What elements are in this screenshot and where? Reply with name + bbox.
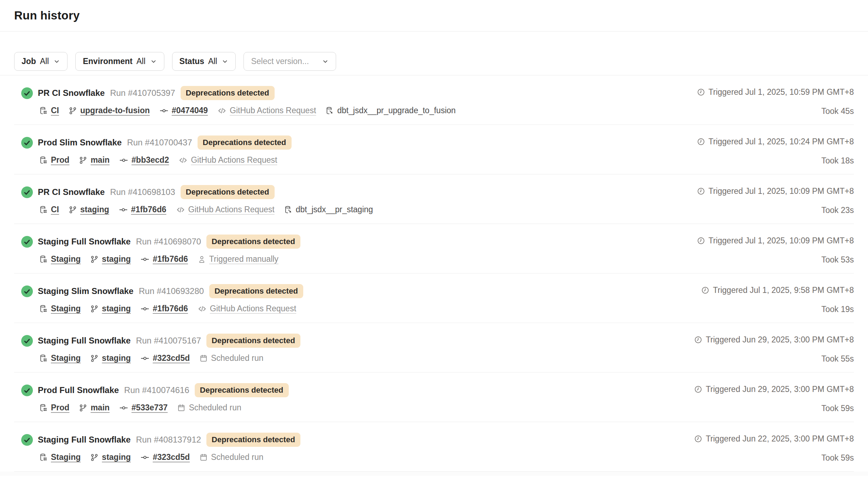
run-name-link[interactable]: Staging Full Snowflake (38, 435, 131, 445)
commit-icon (119, 205, 128, 214)
git-branch-icon (90, 354, 99, 363)
run-row-meta: Triggered Jul 1, 2025, 9:58 PM GMT+8 Too… (701, 283, 854, 323)
clock-icon (694, 385, 702, 393)
status-filter-button[interactable]: Status All (172, 52, 236, 71)
run-row[interactable]: Staging Slim Snowflake Run #410693280 De… (0, 273, 868, 323)
deprecations-badge: Deprecations detected (206, 334, 300, 348)
branch-link[interactable]: staging (102, 254, 131, 264)
trigger-label[interactable]: GitHub Actions Request (191, 155, 277, 165)
environment-link[interactable]: Staging (51, 452, 81, 462)
run-success-icon (21, 434, 33, 446)
run-number: Run #410075167 (136, 336, 201, 346)
job-filter-button[interactable]: Job All (14, 52, 68, 71)
branch-link[interactable]: staging (102, 304, 131, 313)
commit-link[interactable]: #1fb76d6 (153, 254, 188, 264)
run-name-link[interactable]: Prod Slim Snowflake (38, 138, 122, 148)
run-success-icon (21, 236, 33, 248)
deprecations-badge: Deprecations detected (195, 383, 289, 397)
run-name-link[interactable]: Staging Full Snowflake (38, 237, 131, 247)
chevron-down-icon (150, 58, 157, 65)
run-name-link[interactable]: PR CI Snowflake (38, 88, 105, 98)
commit-link[interactable]: #bb3ecd2 (131, 155, 169, 165)
commit-link[interactable]: #1fb76d6 (153, 304, 188, 313)
branch-link[interactable]: staging (80, 205, 109, 214)
run-success-icon (21, 385, 33, 396)
deprecations-badge: Deprecations detected (181, 185, 275, 199)
environment-link[interactable]: Prod (51, 403, 69, 412)
deprecations-badge: Deprecations detected (206, 235, 300, 249)
environment-icon (39, 354, 48, 363)
trigger-label[interactable]: GitHub Actions Request (230, 106, 316, 115)
git-branch-icon (69, 106, 77, 115)
commit-link[interactable]: #323cd5d (153, 452, 190, 462)
run-row[interactable]: Staging Full Snowflake Run #410075167 De… (0, 323, 868, 373)
run-row[interactable]: Prod Slim Snowflake Run #410700437 Depre… (0, 125, 868, 174)
commit-link[interactable]: #1fb76d6 (131, 205, 166, 214)
branch-link[interactable]: staging (102, 452, 131, 462)
branch-link[interactable]: main (90, 403, 110, 412)
run-row-meta: Triggered Jul 1, 2025, 10:59 PM GMT+8 To… (697, 85, 854, 125)
code-icon (217, 106, 227, 115)
run-row[interactable]: Staging Full Snowflake Run #408137912 De… (0, 422, 868, 472)
run-name-link[interactable]: PR CI Snowflake (38, 187, 105, 197)
code-icon (198, 304, 207, 313)
commit-icon (140, 453, 149, 462)
run-row-main: Staging Slim Snowflake Run #410693280 De… (21, 283, 303, 323)
run-row[interactable]: Staging Full Snowflake Run #410698070 De… (0, 224, 868, 273)
commit-icon (119, 403, 128, 412)
run-name-link[interactable]: Staging Slim Snowflake (38, 286, 134, 296)
run-number: Run #408137912 (136, 435, 201, 445)
environment-link[interactable]: Prod (51, 155, 69, 165)
schema-name: dbt_jsdx__pr_staging (296, 205, 373, 214)
environment-link[interactable]: Staging (51, 254, 81, 264)
run-row-meta: Triggered Jul 1, 2025, 10:24 PM GMT+8 To… (697, 135, 854, 174)
environment-link[interactable]: CI (51, 106, 59, 115)
git-branch-icon (79, 404, 87, 412)
run-name-link[interactable]: Staging Full Snowflake (38, 336, 131, 346)
commit-icon (159, 106, 169, 115)
branch-link[interactable]: staging (102, 353, 131, 363)
environment-icon (39, 106, 48, 115)
run-row[interactable]: Prod Full Snowflake Run #410074616 Depre… (0, 373, 868, 422)
commit-link[interactable]: #0474049 (172, 106, 208, 115)
triggered-timestamp: Triggered Jul 1, 2025, 10:09 PM GMT+8 (709, 186, 854, 196)
run-number: Run #410700437 (127, 138, 192, 148)
chevron-down-icon (53, 58, 60, 65)
clock-icon (697, 138, 705, 146)
commit-link[interactable]: #533e737 (131, 403, 168, 412)
branch-link[interactable]: main (90, 155, 110, 165)
git-branch-icon (69, 206, 77, 214)
run-row[interactable]: PR CI Snowflake Run #410705397 Deprecati… (0, 75, 868, 125)
version-select[interactable]: Select version... (244, 52, 336, 71)
code-icon (176, 205, 185, 214)
triggered-timestamp: Triggered Jul 1, 2025, 9:58 PM GMT+8 (713, 285, 854, 295)
calendar-icon (177, 404, 186, 412)
trigger-label[interactable]: GitHub Actions Request (188, 205, 275, 214)
environment-filter-button[interactable]: Environment All (75, 52, 164, 71)
git-branch-icon (90, 305, 99, 313)
branch-link[interactable]: upgrade-to-fusion (80, 106, 150, 115)
git-branch-icon (90, 255, 99, 264)
environment-link[interactable]: CI (51, 205, 59, 214)
deprecations-badge: Deprecations detected (181, 86, 275, 100)
run-row-meta: Triggered Jun 29, 2025, 3:00 PM GMT+8 To… (694, 333, 854, 373)
triggered-timestamp: Triggered Jun 29, 2025, 3:00 PM GMT+8 (706, 385, 854, 394)
trigger-label: Triggered manually (209, 254, 278, 264)
triggered-timestamp: Triggered Jun 29, 2025, 3:00 PM GMT+8 (706, 335, 854, 345)
clock-icon (694, 435, 702, 443)
run-row-main: Prod Full Snowflake Run #410074616 Depre… (21, 382, 289, 422)
environment-link[interactable]: Staging (51, 304, 81, 313)
page-title: Run history (14, 9, 80, 22)
calendar-icon (199, 354, 208, 363)
environment-icon (39, 255, 48, 264)
triggered-timestamp: Triggered Jul 1, 2025, 10:24 PM GMT+8 (709, 137, 854, 146)
environment-filter-value: All (136, 57, 146, 66)
git-branch-icon (79, 156, 87, 165)
trigger-label[interactable]: GitHub Actions Request (210, 304, 296, 313)
partial-next-row (0, 472, 868, 476)
environment-icon (39, 206, 48, 214)
run-name-link[interactable]: Prod Full Snowflake (38, 385, 119, 395)
run-row[interactable]: PR CI Snowflake Run #410698103 Deprecati… (0, 174, 868, 224)
environment-link[interactable]: Staging (51, 353, 81, 363)
commit-link[interactable]: #323cd5d (153, 353, 190, 363)
